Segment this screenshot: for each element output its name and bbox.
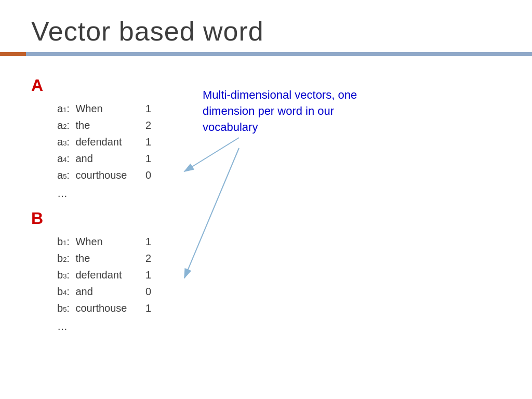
var-label: a3: defendant — [57, 134, 145, 150]
section-a-label: A — [31, 76, 229, 95]
decorative-bar — [0, 52, 532, 56]
annotation-box: Multi-dimensional vectors, one dimension… — [203, 87, 379, 135]
list-item: b1: When 1 — [57, 233, 229, 250]
list-item: b3: defendant 1 — [57, 267, 229, 283]
list-item: a4: and 1 — [57, 150, 229, 167]
section-b-ellipsis: … — [57, 321, 229, 332]
main-content: A a1: When 1 a2: the 2 a3 — [0, 56, 532, 343]
var-label: a4: and — [57, 150, 145, 167]
annotation-text: Multi-dimensional vectors, one dimension… — [203, 87, 379, 135]
left-panel: A a1: When 1 a2: the 2 a3 — [31, 66, 229, 338]
section-a-ellipsis: … — [57, 188, 229, 200]
list-item: b2: the 2 — [57, 250, 229, 267]
var-label: b1: When — [57, 233, 145, 250]
blue-accent-bar — [26, 52, 532, 56]
orange-accent-bar — [0, 52, 26, 56]
section-b-list: b1: When 1 b2: the 2 b3: defendant 1 — [57, 233, 229, 316]
var-label: b2: the — [57, 250, 145, 267]
list-item: b4: and 0 — [57, 283, 229, 300]
var-label: a2: the — [57, 117, 145, 134]
var-label: b4: and — [57, 283, 145, 300]
list-item: a3: defendant 1 — [57, 134, 229, 150]
var-label: a1: When — [57, 100, 145, 117]
var-label: b3: defendant — [57, 267, 145, 283]
var-label: b5: courthouse — [57, 300, 145, 316]
section-b-label: B — [31, 209, 229, 228]
list-item: b5: courthouse 1 — [57, 300, 229, 316]
page-title: Vector based word — [31, 16, 501, 47]
var-label: a5: courthouse — [57, 167, 145, 183]
list-item: a5: courthouse 0 — [57, 167, 229, 183]
title-section: Vector based word — [0, 0, 532, 52]
